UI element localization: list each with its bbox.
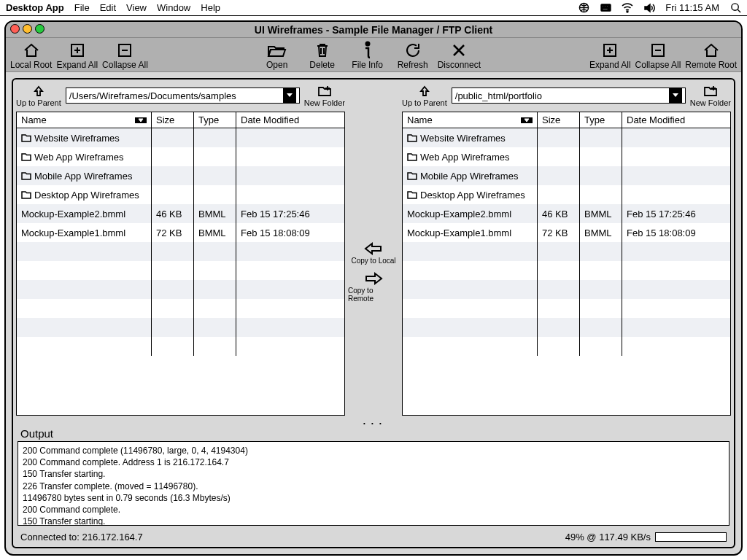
table-row-empty [403, 318, 730, 337]
output-line: 200 Command complete. [23, 504, 724, 516]
trash-icon [314, 41, 330, 60]
connection-status: Connected to: 216.172.164.7 [20, 532, 143, 542]
window-titlebar: UI Wireframes - Sample File Manager / FT… [6, 22, 741, 38]
local-path-value: /Users/Wireframes/Documents/samples [69, 90, 283, 101]
remote-table-header: Name Size Type Date Modified [403, 112, 730, 128]
folder-icon [407, 152, 417, 161]
remote-new-folder-button[interactable]: New Folder [690, 84, 731, 107]
menu-window[interactable]: Window [157, 2, 190, 13]
col-name[interactable]: Name [17, 112, 152, 128]
refresh-icon [404, 41, 422, 60]
local-table-body: Website WireframesWeb App WireframesMobi… [17, 128, 344, 415]
arrow-right-icon [363, 271, 384, 287]
collapse-icon [116, 41, 133, 60]
col-date[interactable]: Date Modified [622, 112, 730, 128]
keyboard-icon[interactable] [600, 2, 611, 14]
local-new-folder-button[interactable]: New Folder [304, 84, 345, 107]
app-name: Desktop App [6, 2, 64, 13]
table-row[interactable]: Mockup-Example2.bmml46 KBBMMLFeb 15 17:2… [403, 204, 730, 223]
table-row-empty [403, 242, 730, 261]
table-row[interactable]: Website Wireframes [17, 128, 344, 147]
local-path-combo[interactable]: /Users/Wireframes/Documents/samples [66, 88, 300, 104]
col-size[interactable]: Size [538, 112, 580, 128]
folder-icon [407, 133, 417, 142]
col-name[interactable]: Name [403, 112, 538, 128]
table-row[interactable]: Mockup-Example1.bmml72 KBBMMLFeb 15 18:0… [403, 223, 730, 242]
col-type[interactable]: Type [194, 112, 236, 128]
table-row-empty [17, 299, 344, 318]
svg-point-10 [365, 42, 369, 46]
window-minimize-button[interactable] [23, 24, 32, 34]
local-up-button[interactable]: Up to Parent [16, 84, 61, 107]
folder-icon [407, 190, 417, 199]
svg-rect-2 [603, 6, 604, 7]
wifi-icon[interactable] [622, 2, 633, 14]
window-close-button[interactable] [10, 24, 20, 34]
col-size[interactable]: Size [152, 112, 194, 128]
local-file-table: Name Size Type Date Modified Website Wir… [16, 112, 345, 416]
remote-collapse-all-button[interactable]: Collapse All [635, 41, 681, 70]
progress-bar [655, 532, 727, 542]
remote-path-combo[interactable]: /public_html/portfolio [452, 88, 686, 104]
chevron-down-icon [283, 88, 296, 103]
remote-pane: Up to Parent /public_html/portfolio New … [399, 79, 734, 420]
table-row-empty [17, 280, 344, 299]
expand-icon [601, 41, 619, 60]
globe-icon[interactable] [578, 2, 589, 14]
remote-expand-all-button[interactable]: Expand All [589, 41, 631, 70]
menu-help[interactable]: Help [201, 2, 220, 13]
table-row[interactable]: Desktop App Wireframes [17, 185, 344, 204]
open-button[interactable]: Open [257, 41, 298, 70]
local-pane: Up to Parent /Users/Wireframes/Documents… [13, 79, 348, 420]
search-icon[interactable] [729, 2, 741, 14]
svg-rect-5 [603, 8, 608, 9]
table-row[interactable]: Mobile App Wireframes [403, 166, 730, 185]
output-line: 200 Command complete. Address 1 is 216.1… [23, 456, 724, 468]
open-folder-icon [267, 41, 287, 60]
remote-file-table: Name Size Type Date Modified Website Wir… [402, 112, 731, 416]
copy-to-local-button[interactable]: Copy to Local [351, 241, 395, 265]
table-row[interactable]: Web App Wireframes [403, 147, 730, 166]
local-collapse-all-button[interactable]: Collapse All [102, 41, 148, 70]
delete-button[interactable]: Delete [302, 41, 343, 70]
remote-root-button[interactable]: Remote Root [685, 41, 737, 70]
output-log: 200 Command complete (11496780, large, 0… [18, 441, 729, 526]
file-info-button[interactable]: File Info [347, 41, 388, 70]
folder-icon [21, 133, 31, 142]
refresh-button[interactable]: Refresh [392, 41, 433, 70]
output-panel: Output 200 Command complete (11496780, l… [18, 426, 729, 526]
clock: Fri 11:15 AM [665, 2, 719, 13]
home-icon [22, 41, 41, 60]
local-expand-all-button[interactable]: Expand All [56, 41, 98, 70]
table-row-empty [403, 261, 730, 280]
local-root-button[interactable]: Local Root [10, 41, 52, 70]
output-line: 226 Transfer complete. (moved = 11496780… [23, 481, 724, 492]
table-row-empty [17, 261, 344, 280]
transfer-rate: 49% @ 117.49 KB/s [565, 532, 651, 542]
table-row[interactable]: Mockup-Example2.bmml46 KBBMMLFeb 15 17:2… [17, 204, 344, 223]
folder-icon [21, 152, 31, 161]
menu-file[interactable]: File [74, 2, 90, 13]
menu-view[interactable]: View [126, 2, 147, 13]
output-line: 200 Command complete (11496780, large, 0… [23, 445, 724, 456]
splitter-handle[interactable]: • • • [13, 420, 734, 426]
chevron-down-icon [669, 88, 682, 103]
remote-table-body: Website WireframesWeb App WireframesMobi… [403, 128, 730, 415]
svg-point-7 [731, 4, 738, 10]
table-row[interactable]: Mockup-Example1.bmml72 KBBMMLFeb 15 18:0… [17, 223, 344, 242]
folder-icon [21, 190, 31, 199]
window-zoom-button[interactable] [35, 24, 44, 34]
copy-to-remote-button[interactable]: Copy to Remote [348, 271, 399, 303]
col-type[interactable]: Type [580, 112, 622, 128]
volume-icon[interactable] [643, 2, 655, 14]
disconnect-button[interactable]: Disconnect [438, 41, 481, 70]
table-row[interactable]: Desktop App Wireframes [403, 185, 730, 204]
output-line: 11496780 bytes sent in 0.79 seconds (16.… [23, 492, 724, 504]
sort-indicator-icon [135, 117, 147, 123]
table-row[interactable]: Mobile App Wireframes [17, 166, 344, 185]
table-row[interactable]: Website Wireframes [403, 128, 730, 147]
col-date[interactable]: Date Modified [236, 112, 344, 128]
menu-edit[interactable]: Edit [100, 2, 116, 13]
remote-up-button[interactable]: Up to Parent [402, 84, 447, 107]
table-row[interactable]: Web App Wireframes [17, 147, 344, 166]
